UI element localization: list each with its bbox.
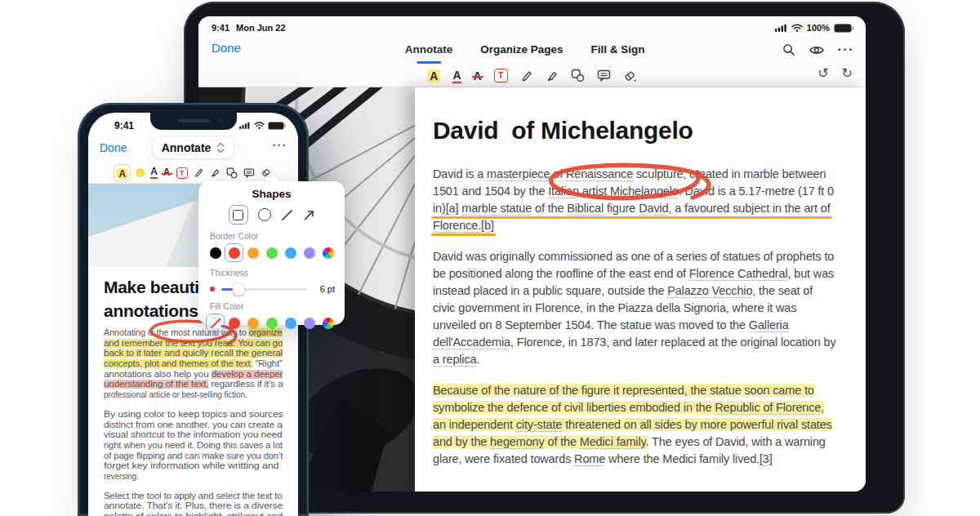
note-icon[interactable]	[243, 168, 255, 178]
tab-organize-pages[interactable]: Organize Pages	[480, 43, 563, 56]
doc-link[interactable]: marble statue	[461, 202, 532, 215]
doc-link[interactable]: [3]	[760, 452, 773, 465]
highlighter-text-icon[interactable]: A	[114, 165, 130, 181]
paragraph: Because of the nature of the figure it r…	[433, 382, 853, 468]
color-swatch-icon[interactable]	[136, 168, 145, 177]
color-swatch-3fa9f4[interactable]	[281, 314, 300, 332]
color-swatch-f4402e[interactable]	[225, 314, 243, 332]
color-swatch-rainbow[interactable]	[318, 243, 337, 262]
doc-link[interactable]: masterpiece	[487, 167, 550, 180]
cellular-signal-icon	[239, 122, 251, 129]
text-line: Florence.[b]	[433, 217, 494, 234]
marker-icon[interactable]	[210, 167, 220, 178]
doc-link[interactable]: a replica	[433, 353, 476, 366]
mode-tabs: Annotate Organize Pages Fill & Sign	[405, 43, 645, 56]
color-swatch-9b8bf3[interactable]	[300, 243, 318, 262]
done-button[interactable]: Done	[100, 141, 127, 154]
text-line: glare, were fixated towards Rome where t…	[433, 451, 773, 468]
wifi-icon	[254, 122, 265, 129]
paragraph: By using color to keep topics and source…	[104, 410, 283, 483]
underline-text-icon[interactable]: A	[452, 69, 461, 83]
mode-selector[interactable]: Annotate	[153, 137, 234, 158]
doc-link[interactable]: Rome	[574, 452, 605, 465]
doc-link[interactable]: Palazzo Vecchio	[667, 284, 752, 297]
status-time: 9:41	[114, 120, 134, 131]
text-line: palette of colors to highlight, strikeou…	[104, 512, 283, 516]
doc-link[interactable]: city-state	[516, 418, 563, 431]
doc-link[interactable]: hegemony	[490, 435, 545, 448]
doc-link[interactable]: Galleria	[749, 318, 789, 331]
search-icon[interactable]	[782, 43, 795, 56]
shapes-icon[interactable]	[226, 167, 238, 179]
text-line: civic government in Florence, in the Pia…	[433, 300, 796, 317]
document-text-page: David of Michelangelo David is a masterp…	[415, 87, 866, 492]
text-line: annotate. That's it. Plus, there is a di…	[104, 501, 283, 512]
color-swatch-f4402e[interactable]	[225, 243, 243, 262]
color-swatch-9b8bf3[interactable]	[300, 314, 318, 332]
note-icon[interactable]	[597, 69, 611, 82]
color-swatch-f7a428[interactable]	[243, 243, 262, 262]
battery-icon	[834, 24, 854, 33]
min-thickness-dot	[210, 287, 215, 291]
doc-link[interactable]: Florence Cathedral	[689, 267, 788, 280]
text-line: an independent city-state threatened on …	[433, 416, 832, 434]
color-swatch-57e24b[interactable]	[262, 243, 281, 262]
popup-title: Shapes	[198, 188, 345, 200]
more-icon[interactable]: ···	[273, 139, 288, 152]
text-box-icon[interactable]: T	[494, 69, 508, 82]
text-line: professional article or best-selling fic…	[104, 390, 247, 401]
doc-link[interactable]: Medici family	[580, 435, 646, 448]
fill-color-label: Fill Color	[210, 301, 345, 311]
doc-link[interactable]: Michelangelo	[610, 185, 679, 198]
eraser-icon[interactable]	[623, 69, 637, 82]
square-shape-button[interactable]	[229, 205, 248, 225]
doc-link[interactable]: Renaissance	[566, 167, 633, 180]
color-swatch-3fa9f4[interactable]	[281, 243, 300, 262]
wifi-icon	[791, 24, 803, 32]
line-shape-button[interactable]	[281, 209, 293, 221]
done-button[interactable]: Done	[212, 41, 241, 55]
circle-shape-button[interactable]	[258, 208, 271, 221]
tab-fill-and-sign[interactable]: Fill & Sign	[591, 43, 645, 56]
color-swatch-rainbow[interactable]	[318, 314, 337, 332]
thickness-slider-thumb[interactable]	[233, 283, 245, 296]
color-swatch-57e24b[interactable]	[262, 314, 281, 332]
redo-icon[interactable]: ↻	[842, 65, 853, 81]
text-line: By using color to keep topics and source…	[104, 410, 283, 420]
doc-link[interactable]: Italian	[548, 185, 579, 198]
text-box-icon[interactable]: T	[176, 167, 188, 179]
shapes-icon[interactable]	[571, 69, 585, 82]
pen-icon[interactable]	[194, 167, 204, 178]
doc-link[interactable]: [a]	[446, 202, 459, 215]
tab-annotate[interactable]: Annotate	[405, 43, 453, 56]
pen-icon[interactable]	[520, 69, 533, 82]
color-swatch-f7a428[interactable]	[243, 314, 262, 332]
border-color-label: Border Color	[210, 231, 345, 241]
doc-link[interactable]: [b]	[481, 219, 494, 232]
text-line: annotations also help you develop a deep…	[104, 370, 283, 380]
text-line: David was originally commissioned as one…	[433, 248, 834, 265]
undo-icon[interactable]: ↺	[817, 65, 828, 81]
doc-link[interactable]: Republic of Florence	[715, 401, 821, 414]
doc-link[interactable]: Florence.	[433, 219, 481, 232]
slider-track[interactable]	[221, 288, 307, 291]
strikeout-text-icon[interactable]: A	[474, 69, 482, 82]
text-line: visual shortcut to the information you n…	[104, 430, 283, 441]
highlighter-text-icon[interactable]: A	[427, 69, 440, 82]
strikeout-text-icon[interactable]: A	[163, 167, 171, 178]
view-settings-icon[interactable]	[809, 45, 824, 56]
arrow-shape-button[interactable]	[303, 209, 315, 221]
doc-link[interactable]: David	[639, 202, 668, 215]
marker-icon[interactable]	[546, 69, 559, 82]
paragraph: Select the tool to apply and select the …	[104, 492, 283, 516]
paragraph: Annotating is the most natural way to or…	[104, 328, 283, 401]
color-swatch-none[interactable]	[206, 314, 225, 332]
underline-text-icon[interactable]: A	[150, 167, 158, 179]
text-line: of page flipping and can make sure you d…	[104, 452, 283, 462]
doc-link[interactable]: dell'Accademia	[433, 336, 510, 349]
doc-link[interactable]: Biblical	[567, 202, 604, 215]
color-swatch-000000[interactable]	[206, 243, 225, 262]
text-line: Because of the nature of the figure it r…	[433, 382, 814, 399]
ipad-app-chrome: 9:41 Mon Jun 22 100%	[198, 16, 866, 87]
more-icon[interactable]: ···	[838, 42, 854, 57]
